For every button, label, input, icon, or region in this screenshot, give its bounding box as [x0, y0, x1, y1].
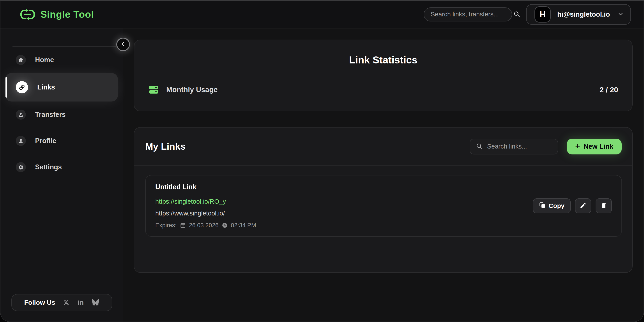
settings-icon — [16, 162, 26, 172]
original-url: https://www.singletool.io/ — [155, 210, 256, 217]
edit-icon — [580, 202, 586, 210]
sidebar-item-label: Profile — [35, 137, 56, 145]
linkedin-icon[interactable]: in — [78, 298, 84, 307]
link-item: Untitled Link https://singletool.io/RO_y… — [145, 175, 622, 237]
monthly-usage-row: Monthly Usage 2 / 20 — [134, 84, 632, 95]
sidebar-nav: Home Links Transfers — [0, 47, 123, 180]
my-links-card: My Links + New Link — [134, 127, 632, 273]
chevron-left-icon — [120, 41, 126, 48]
global-search[interactable] — [424, 7, 512, 21]
expires-date: 26.03.2026 — [189, 222, 218, 229]
new-link-button[interactable]: + New Link — [567, 139, 622, 155]
sidebar: Home Links Transfers — [0, 28, 123, 322]
link-expiry: Expires: 26.03.2026 02:34 PM — [155, 222, 256, 229]
my-links-title: My Links — [145, 141, 186, 152]
expires-time: 02:34 PM — [231, 222, 256, 229]
follow-us-label: Follow Us — [24, 299, 56, 306]
sidebar-item-transfers[interactable]: Transfers — [0, 102, 123, 128]
copy-label: Copy — [549, 202, 565, 210]
sidebar-collapse-button[interactable] — [116, 38, 130, 51]
copy-icon — [539, 202, 546, 210]
server-icon — [148, 84, 159, 95]
expires-label: Expires: — [155, 222, 177, 229]
sidebar-item-links[interactable]: Links — [5, 73, 118, 102]
monthly-usage-label: Monthly Usage — [166, 86, 218, 94]
plus-icon: + — [575, 142, 580, 150]
user-menu[interactable]: H hi@singletool.io — [526, 4, 631, 25]
copy-button[interactable]: Copy — [533, 198, 571, 213]
bluesky-icon[interactable] — [92, 299, 100, 306]
chevron-down-icon — [617, 11, 624, 18]
sidebar-item-label: Home — [35, 56, 54, 64]
sidebar-item-label: Links — [37, 83, 55, 91]
app-title: Single Tool — [40, 9, 94, 20]
profile-icon — [16, 136, 26, 146]
sidebar-item-profile[interactable]: Profile — [0, 128, 123, 154]
home-icon — [16, 55, 26, 65]
sidebar-item-label: Settings — [35, 163, 62, 171]
links-search[interactable] — [470, 139, 558, 155]
transfers-icon — [16, 110, 26, 120]
sidebar-item-settings[interactable]: Settings — [0, 154, 123, 180]
new-link-label: New Link — [584, 143, 613, 151]
logo-link-loop-icon — [20, 8, 36, 20]
short-url-link[interactable]: https://singletool.io/RO_y — [155, 198, 256, 205]
sidebar-item-label: Transfers — [35, 111, 66, 119]
follow-us-panel: Follow Us in — [12, 294, 112, 311]
delete-icon — [600, 202, 607, 210]
avatar: H — [534, 6, 551, 22]
link-statistics-title: Link Statistics — [134, 40, 632, 66]
delete-button[interactable] — [596, 198, 612, 213]
x-icon[interactable] — [63, 299, 70, 306]
link-actions: Copy — [533, 198, 612, 213]
links-search-input[interactable] — [487, 143, 570, 150]
calendar-icon — [180, 222, 186, 228]
user-email: hi@singletool.io — [557, 10, 610, 18]
app-logo[interactable]: Single Tool — [20, 8, 94, 20]
link-title: Untitled Link — [155, 183, 256, 191]
topbar: Single Tool H hi@singletool.io — [0, 1, 644, 28]
links-icon — [16, 81, 28, 93]
my-links-header: My Links + New Link — [134, 128, 632, 166]
search-icon[interactable] — [513, 10, 520, 18]
global-search-input[interactable] — [431, 11, 513, 18]
sidebar-item-home[interactable]: Home — [0, 47, 123, 73]
main-content: Link Statistics Monthly Usage 2 / 20 My … — [123, 28, 644, 322]
clock-icon — [222, 222, 228, 228]
edit-button[interactable] — [575, 198, 591, 213]
link-statistics-card: Link Statistics Monthly Usage 2 / 20 — [134, 40, 632, 111]
app-window: Single Tool H hi@singletool.io — [0, 0, 644, 322]
monthly-usage-value: 2 / 20 — [600, 86, 618, 94]
search-icon — [476, 143, 483, 151]
